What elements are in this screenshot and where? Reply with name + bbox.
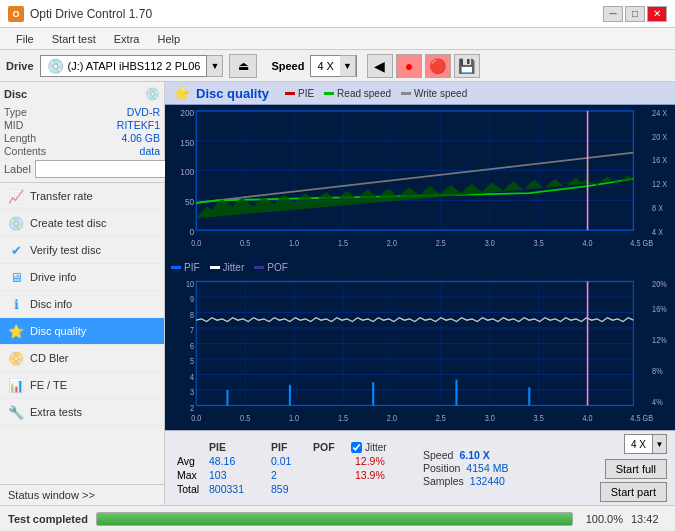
svg-text:4.0: 4.0	[583, 413, 594, 423]
sidebar-item-create-test-disc[interactable]: 💿 Create test disc	[0, 210, 164, 237]
svg-text:1.0: 1.0	[289, 413, 300, 423]
svg-text:0.5: 0.5	[240, 413, 251, 423]
pif-legend-label: PIF	[184, 262, 200, 273]
disc-length-row: Length 4.06 GB	[4, 132, 160, 144]
sidebar-item-cd-bler[interactable]: 📀 CD Bler	[0, 345, 164, 372]
disc-info-icon: ℹ	[8, 296, 24, 312]
drive-label: Drive	[6, 60, 34, 72]
read-speed-legend-label: Read speed	[337, 88, 391, 99]
disc-quality-icon: ⭐	[8, 323, 24, 339]
svg-text:150: 150	[180, 137, 194, 148]
svg-text:0.5: 0.5	[240, 238, 251, 248]
chart-area: ⭐ Disc quality PIE Read speed Write spee…	[165, 82, 675, 505]
sidebar-item-extra-tests[interactable]: 🔧 Extra tests	[0, 399, 164, 426]
svg-text:1.0: 1.0	[289, 238, 300, 248]
start-full-button[interactable]: Start full	[605, 459, 667, 479]
toolbar-save[interactable]: 💾	[454, 54, 480, 78]
sidebar-item-transfer-rate[interactable]: 📈 Transfer rate	[0, 183, 164, 210]
stats-total-label: Total	[173, 482, 205, 496]
stats-avg-label: Avg	[173, 454, 205, 468]
pie-legend-label: PIE	[298, 88, 314, 99]
start-part-button[interactable]: Start part	[600, 482, 667, 502]
disc-label-input[interactable]	[35, 160, 170, 178]
chart-2-legend: PIF Jitter POF	[165, 260, 675, 275]
stats-avg-pie: 48.16	[205, 454, 267, 468]
svg-text:8: 8	[190, 310, 194, 320]
create-test-disc-icon: 💿	[8, 215, 24, 231]
svg-text:20 X: 20 X	[652, 132, 668, 142]
chart-legend: PIE Read speed Write speed	[285, 88, 467, 99]
chart-header: ⭐ Disc quality PIE Read speed Write spee…	[165, 82, 675, 105]
status-text: Test completed	[8, 513, 88, 525]
sidebar-item-verify-test-disc[interactable]: ✔ Verify test disc	[0, 237, 164, 264]
speed-stat-value: 6.10 X	[459, 449, 489, 461]
stats-total-pif: 859	[267, 482, 309, 496]
svg-text:8 X: 8 X	[652, 204, 664, 214]
status-window-label: Status window >>	[8, 489, 95, 501]
toolbar-icon-3[interactable]: 🔴	[425, 54, 451, 78]
close-button[interactable]: ✕	[647, 6, 667, 22]
svg-text:2.0: 2.0	[387, 413, 398, 423]
write-speed-legend-label: Write speed	[414, 88, 467, 99]
window-controls[interactable]: ─ □ ✕	[603, 6, 667, 22]
pof-legend-label: POF	[267, 262, 288, 273]
drive-info-icon: 🖥	[8, 269, 24, 285]
stats-total-pie: 800331	[205, 482, 267, 496]
progress-bar-fill	[97, 513, 572, 525]
stats-total-pof	[309, 482, 351, 496]
svg-text:7: 7	[190, 325, 194, 335]
drive-bar: Drive 💿 (J:) ATAPI iHBS112 2 PL06 ▼ ⏏ Sp…	[0, 50, 675, 82]
stats-avg-jitter: 12.9%	[351, 454, 413, 468]
sidebar-item-drive-info[interactable]: 🖥 Drive info	[0, 264, 164, 291]
nav-items: 📈 Transfer rate 💿 Create test disc ✔ Ver…	[0, 183, 164, 484]
disc-mid-row: MID RITEKF1	[4, 119, 160, 131]
svg-text:3.5: 3.5	[534, 238, 545, 248]
stats-bar: PIE PIF POF Jitter Avg 48.16 0.01 12.9% …	[165, 430, 675, 505]
menu-extra[interactable]: Extra	[106, 31, 148, 47]
stats-avg-pof	[309, 454, 351, 468]
stats-max-label: Max	[173, 468, 205, 482]
status-bar: Test completed 100.0% 13:42	[0, 505, 675, 531]
progress-text: 100.0%	[581, 513, 623, 525]
charts-container: 200 150 100 50 0 0.0 0.5 1.0 1.5 2.0 2.5…	[165, 105, 675, 430]
status-window[interactable]: Status window >>	[0, 484, 164, 505]
minimize-button[interactable]: ─	[603, 6, 623, 22]
start-speed-combo-arrow[interactable]: ▼	[652, 435, 666, 453]
speed-dropdown-arrow[interactable]: ▼	[340, 55, 356, 77]
chart-title: Disc quality	[196, 86, 269, 101]
svg-text:8%: 8%	[652, 367, 663, 377]
stats-total-jitter	[351, 482, 413, 496]
sidebar-item-disc-info[interactable]: ℹ Disc info	[0, 291, 164, 318]
eject-button[interactable]: ⏏	[229, 54, 257, 78]
app-icon: O	[8, 6, 24, 22]
svg-text:6: 6	[190, 341, 194, 351]
speed-value: 4 X	[311, 60, 340, 72]
stats-max-jitter: 13.9%	[351, 468, 413, 482]
drive-value: (J:) ATAPI iHBS112 2 PL06	[68, 60, 201, 72]
sidebar-item-fe-te[interactable]: 📊 FE / TE	[0, 372, 164, 399]
svg-text:20%: 20%	[652, 279, 667, 289]
menu-help[interactable]: Help	[149, 31, 188, 47]
toolbar-icon-2[interactable]: ●	[396, 54, 422, 78]
stats-max-pof	[309, 468, 351, 482]
svg-text:1.5: 1.5	[338, 413, 349, 423]
toolbar-icon-1[interactable]: ◀	[367, 54, 393, 78]
sidebar-item-disc-quality[interactable]: ⭐ Disc quality	[0, 318, 164, 345]
stats-max-pie: 103	[205, 468, 267, 482]
svg-text:10: 10	[186, 279, 194, 289]
menu-start-test[interactable]: Start test	[44, 31, 104, 47]
svg-text:16 X: 16 X	[652, 156, 668, 166]
maximize-button[interactable]: □	[625, 6, 645, 22]
svg-text:4%: 4%	[652, 398, 663, 408]
stats-header-pie: PIE	[205, 440, 267, 454]
svg-text:4 X: 4 X	[652, 228, 664, 238]
disc-icon[interactable]: 💿	[144, 86, 160, 102]
disc-title: Disc	[4, 88, 27, 100]
menu-file[interactable]: File	[8, 31, 42, 47]
drive-dropdown-arrow[interactable]: ▼	[207, 55, 223, 77]
svg-text:50: 50	[185, 197, 194, 208]
svg-text:0: 0	[190, 226, 195, 237]
svg-text:4.0: 4.0	[583, 238, 594, 248]
stats-avg-pif: 0.01	[267, 454, 309, 468]
jitter-checkbox[interactable]	[351, 442, 362, 453]
